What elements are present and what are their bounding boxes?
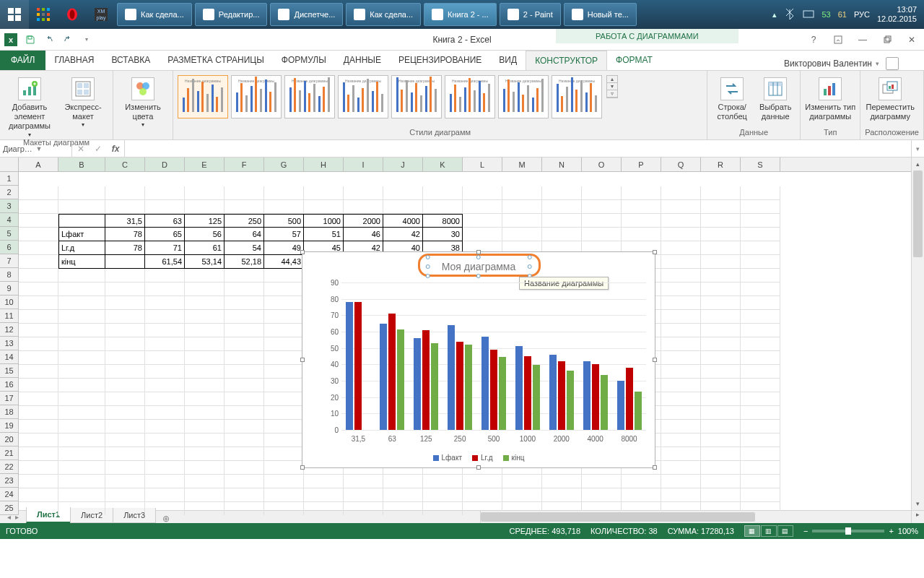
cell[interactable]: 63 [145,214,185,228]
cell[interactable] [383,200,423,214]
cell[interactable] [58,488,105,502]
row-header-18[interactable]: 18 [0,405,18,419]
cell[interactable]: 46 [344,228,383,241]
cell[interactable] [741,406,780,420]
opera-pinned-icon[interactable] [58,0,87,29]
cell[interactable] [145,351,185,365]
cell[interactable] [19,434,58,447]
normal-view-button[interactable]: ▦ [744,525,760,537]
cell[interactable] [264,269,304,282]
cell[interactable] [701,420,741,434]
quick-layout-button[interactable]: Экспресс-макет ▾ [58,75,108,129]
signed-in-user[interactable]: Викторович Валентин▾ [784,57,924,70]
cell[interactable] [542,186,582,200]
cell[interactable] [701,200,741,214]
chart-bar[interactable] [515,346,523,430]
hscroll-right-arrow[interactable]: ▸ [911,511,924,523]
cell[interactable]: 78 [105,228,145,241]
cell[interactable] [741,310,780,324]
select-data-button[interactable]: Выбрать данные [755,75,796,121]
col-header-M[interactable]: M [502,158,542,171]
cell[interactable] [105,434,145,447]
cell[interactable] [19,447,58,461]
cell[interactable]: 52,18 [225,255,264,269]
task-view-button[interactable] [29,0,58,29]
taskbar-item[interactable]: Новый те... [564,3,637,26]
chart-bar[interactable] [635,392,642,430]
cell[interactable] [661,186,701,200]
insert-function-button[interactable]: fx [107,144,124,154]
cell[interactable] [225,488,264,502]
cell[interactable] [701,379,741,392]
cell[interactable] [145,434,185,447]
cell[interactable] [58,406,105,420]
cell[interactable] [264,488,304,502]
col-header-L[interactable]: L [463,158,502,171]
chart-bar[interactable] [354,302,362,430]
xmplay-pinned-icon[interactable]: XMplay [87,0,116,29]
taskbar-item[interactable]: Как сдела... [346,3,421,26]
row-header-10[interactable]: 10 [0,296,18,309]
taskbar-item[interactable]: Как сдела... [117,3,192,26]
cell[interactable] [701,241,741,255]
cell[interactable] [383,488,423,502]
legend-item[interactable]: кінц [503,454,525,462]
cell[interactable] [582,186,622,200]
chart-title[interactable]: Моя диаграмма [429,258,529,275]
cell[interactable] [264,461,304,475]
cell[interactable] [502,200,542,214]
cell[interactable] [463,186,502,200]
cell[interactable] [225,475,264,488]
cell[interactable] [58,379,105,392]
cell[interactable] [19,186,58,200]
cell[interactable] [264,296,304,310]
row-header-14[interactable]: 14 [0,350,18,364]
gallery-scroll-up[interactable]: ▴ [607,76,617,83]
cell[interactable] [661,296,701,310]
cell[interactable] [502,228,542,241]
cell[interactable] [105,365,145,379]
cell[interactable] [145,200,185,214]
cell[interactable] [701,255,741,269]
cell[interactable] [105,392,145,406]
cell[interactable] [741,434,780,447]
chart-bar[interactable] [499,357,506,430]
col-header-J[interactable]: J [383,158,423,171]
cell[interactable]: 31,5 [105,214,145,228]
chart-style-thumb[interactable]: Название диаграммы [338,75,388,118]
cell[interactable] [741,365,780,379]
cell[interactable] [105,420,145,434]
col-header-O[interactable]: O [582,158,622,171]
cell[interactable] [661,228,701,241]
cell[interactable] [19,461,58,475]
cell[interactable] [661,337,701,351]
row-header-20[interactable]: 20 [0,433,18,447]
cell[interactable] [19,282,58,296]
cell[interactable] [225,296,264,310]
cell[interactable] [185,475,225,488]
cell[interactable] [185,420,225,434]
row-header-1[interactable]: 1 [0,172,18,186]
chart-style-thumb[interactable]: Название диаграммы [391,75,442,118]
col-header-C[interactable]: C [105,158,145,171]
cell[interactable] [185,461,225,475]
cell[interactable] [661,392,701,406]
cell[interactable] [542,214,582,228]
cell[interactable] [145,324,185,337]
cell[interactable] [304,200,344,214]
ribbon-tab-конструктор[interactable]: КОНСТРУКТОР [526,51,607,70]
col-header-K[interactable]: K [423,158,463,171]
cell[interactable] [741,200,780,214]
cell[interactable] [701,324,741,337]
cell[interactable] [58,392,105,406]
cell[interactable] [344,475,383,488]
cell[interactable] [105,282,145,296]
cell[interactable] [661,447,701,461]
taskbar-item[interactable]: Редактир... [195,3,268,26]
qat-dropdown[interactable]: ▾ [78,32,95,48]
cell[interactable] [19,324,58,337]
chart-bar[interactable] [465,345,472,430]
chart-style-thumb[interactable]: Название диаграммы [498,75,549,118]
cell[interactable] [701,447,741,461]
cell[interactable] [304,186,344,200]
